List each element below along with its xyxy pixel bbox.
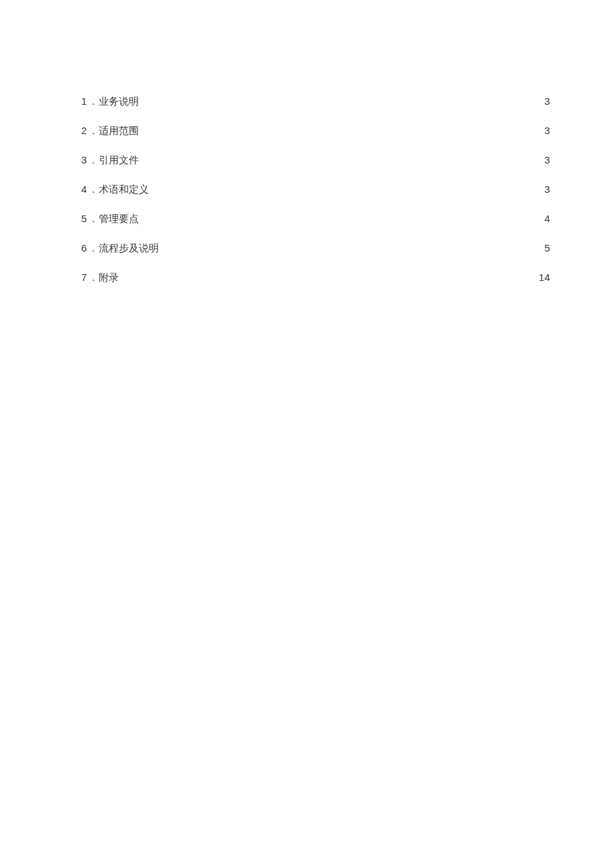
- toc-entry-number: 4: [73, 181, 87, 197]
- toc-leader-dots: [162, 242, 533, 252]
- toc-entry-page: 4: [535, 211, 550, 227]
- toc-entry[interactable]: 1 . 业务说明 3: [73, 93, 550, 109]
- toc-entry-title: 适用范围: [99, 123, 139, 139]
- toc-leader-dots: [141, 124, 533, 134]
- toc-entry-title: 附录: [99, 270, 119, 286]
- toc-entry-page: 5: [535, 240, 550, 256]
- toc-entry-title: 引用文件: [99, 152, 139, 168]
- toc-leader-dots: [141, 212, 533, 222]
- toc-entry[interactable]: 4 . 术语和定义 3: [73, 181, 550, 197]
- toc-entry-number: 1: [73, 93, 87, 109]
- toc-entry[interactable]: 6 . 流程步及说明 5: [73, 240, 550, 256]
- toc-entry-separator: .: [92, 270, 95, 286]
- toc-entry-number: 3: [73, 152, 87, 168]
- toc-entry-title: 流程步及说明: [99, 240, 159, 256]
- toc-entry-separator: .: [92, 181, 95, 197]
- toc-entry-title: 术语和定义: [99, 181, 149, 197]
- toc-entry-number: 5: [73, 211, 87, 227]
- toc-leader-dots: [141, 153, 533, 163]
- toc-entry-number: 2: [73, 123, 87, 139]
- toc-entry-separator: .: [92, 152, 95, 168]
- toc-entry-separator: .: [92, 123, 95, 139]
- toc-leader-dots: [121, 271, 533, 281]
- toc-entry-page: 14: [535, 270, 550, 286]
- table-of-contents: 1 . 业务说明 3 2 . 适用范围 3 3 . 引用文件 3 4 . 术语和…: [73, 93, 550, 286]
- toc-entry[interactable]: 5 . 管理要点 4: [73, 211, 550, 227]
- toc-leader-dots: [151, 183, 533, 193]
- toc-entry-number: 6: [73, 240, 87, 256]
- toc-entry-title: 管理要点: [99, 211, 139, 227]
- toc-entry-page: 3: [535, 123, 550, 139]
- toc-entry-page: 3: [535, 152, 550, 168]
- toc-entry-number: 7: [73, 270, 87, 286]
- toc-entry[interactable]: 7 . 附录 14: [73, 270, 550, 286]
- toc-entry-separator: .: [92, 93, 95, 109]
- toc-entry[interactable]: 2 . 适用范围 3: [73, 123, 550, 139]
- toc-entry[interactable]: 3 . 引用文件 3: [73, 152, 550, 168]
- toc-entry-page: 3: [535, 181, 550, 197]
- toc-entry-title: 业务说明: [99, 93, 139, 109]
- toc-leader-dots: [141, 95, 533, 105]
- toc-entry-separator: .: [92, 211, 95, 227]
- toc-entry-separator: .: [92, 240, 95, 256]
- toc-entry-page: 3: [535, 93, 550, 109]
